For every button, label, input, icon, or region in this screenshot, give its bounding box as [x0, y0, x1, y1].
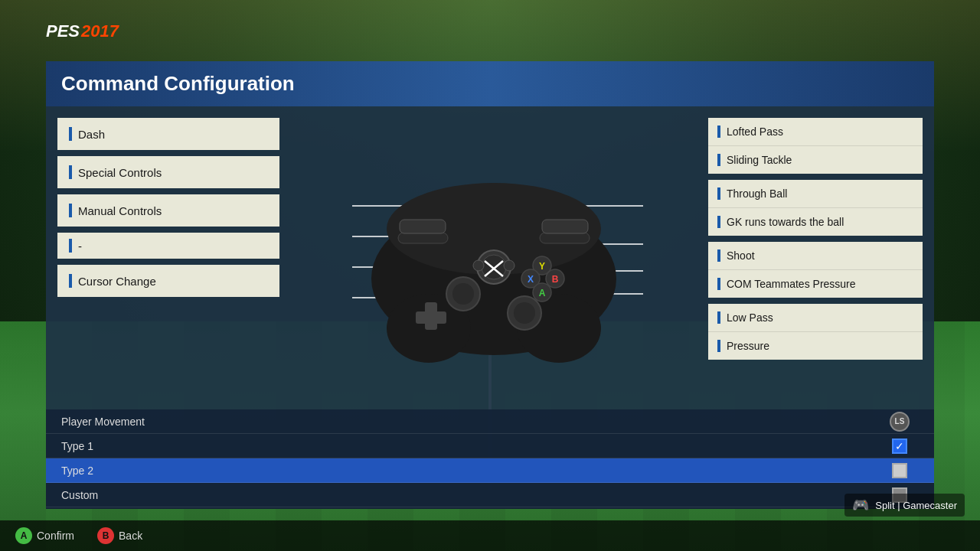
sidebar-item-manual[interactable]: Manual Controls	[57, 194, 279, 227]
a-button-icon: A	[15, 527, 32, 544]
indicator-icon	[69, 204, 72, 217]
table-row-type2[interactable]: Type 2	[46, 458, 934, 483]
command-text: Through Ball	[727, 187, 787, 200]
svg-rect-31	[398, 233, 448, 243]
gamecaster-text: Split | Gamecaster	[875, 500, 957, 511]
command-dot	[717, 249, 720, 262]
main-panel: Command Configuration Dash Special Contr…	[46, 61, 934, 509]
bottom-table: Player Movement LS Type 1 ✓ Type 2 Custo…	[46, 409, 934, 509]
checked-icon: ✓	[892, 439, 907, 454]
command-dot	[717, 311, 720, 324]
back-button[interactable]: B Back	[97, 527, 142, 544]
type1-label: Type 1	[61, 440, 880, 452]
controller-area: Y X B A	[287, 118, 701, 400]
svg-text:X: X	[528, 274, 534, 285]
type1-checkbox[interactable]: ✓	[880, 439, 919, 454]
command-dot	[717, 278, 720, 290]
command-item-sliding: Sliding Tackle	[708, 146, 923, 174]
sidebar-label: Special Controls	[78, 166, 162, 179]
command-item-lofted: Lofted Pass	[708, 118, 923, 146]
svg-point-18	[452, 283, 474, 305]
command-group-1: Lofted Pass Sliding Tackle	[708, 118, 923, 174]
command-group-3: Shoot COM Teammates Pressure	[708, 242, 923, 298]
confirm-label: Confirm	[37, 530, 74, 542]
command-text: Sliding Tackle	[727, 154, 792, 166]
panel-content: Dash Special Controls Manual Controls - …	[46, 106, 934, 412]
type2-checkbox[interactable]	[880, 463, 919, 478]
player-movement-label: Player Movement	[61, 416, 880, 428]
command-text: Pressure	[727, 340, 769, 352]
svg-text:B: B	[552, 274, 559, 285]
sidebar-label: Manual Controls	[78, 204, 162, 217]
command-dot	[717, 216, 720, 228]
confirm-button[interactable]: A Confirm	[15, 527, 74, 544]
indicator-icon	[69, 127, 72, 141]
pes-logo: PES 2017	[46, 21, 119, 41]
command-item-through: Through Ball	[708, 180, 923, 208]
svg-rect-33	[400, 220, 446, 233]
command-item-com: COM Teammates Pressure	[708, 270, 923, 298]
command-text: COM Teammates Pressure	[727, 278, 856, 290]
svg-point-35	[504, 260, 514, 271]
white-checkbox-icon	[892, 463, 907, 478]
sidebar-item-special[interactable]: Special Controls	[57, 156, 279, 188]
command-group-4: Low Pass Pressure	[708, 304, 923, 360]
indicator-icon	[69, 239, 72, 253]
sidebar-label: -	[78, 240, 82, 253]
svg-point-20	[514, 302, 535, 324]
controller-svg: Y X B A	[345, 152, 643, 367]
table-row-custom[interactable]: Custom	[46, 483, 934, 507]
svg-text:Y: Y	[539, 261, 545, 272]
type2-label: Type 2	[61, 465, 880, 477]
command-item-gk: GK runs towards the ball	[708, 208, 923, 236]
controller-icon: 🎮	[852, 497, 869, 514]
command-group-2: Through Ball GK runs towards the ball	[708, 180, 923, 236]
gamecaster-badge: 🎮 Split | Gamecaster	[844, 494, 965, 517]
command-dot	[717, 126, 720, 138]
b-button-icon: B	[97, 527, 114, 544]
command-item-pressure: Pressure	[708, 332, 923, 360]
footer-bar: A Confirm B Back	[0, 520, 980, 551]
ls-control: LS	[880, 412, 919, 432]
ls-badge: LS	[890, 412, 910, 432]
command-text: Lofted Pass	[727, 126, 783, 138]
command-dot	[717, 187, 720, 200]
sidebar-item-dash[interactable]: Dash	[57, 118, 279, 150]
svg-text:A: A	[539, 288, 546, 298]
sidebar-item-separator: -	[57, 233, 279, 259]
custom-label: Custom	[61, 489, 880, 501]
panel-title: Command Configuration	[61, 72, 295, 95]
svg-point-36	[473, 260, 484, 271]
command-item-shoot: Shoot	[708, 242, 923, 270]
back-label: Back	[119, 530, 142, 542]
command-text: Low Pass	[727, 311, 773, 324]
command-item-lowpass: Low Pass	[708, 304, 923, 332]
indicator-icon	[69, 274, 72, 288]
sidebar-item-cursor[interactable]: Cursor Change	[57, 265, 279, 297]
sidebar-label: Cursor Change	[78, 275, 156, 288]
svg-rect-34	[542, 220, 588, 233]
right-commands: Lofted Pass Sliding Tackle Through Ball …	[708, 118, 923, 400]
command-dot	[717, 154, 720, 166]
command-dot	[717, 340, 720, 352]
command-text: GK runs towards the ball	[727, 216, 844, 228]
svg-rect-22	[416, 311, 446, 324]
table-header-row: Player Movement LS	[46, 409, 934, 434]
left-sidebar: Dash Special Controls Manual Controls - …	[57, 118, 279, 400]
sidebar-label: Dash	[78, 128, 105, 141]
indicator-icon	[69, 165, 72, 179]
table-row-type1[interactable]: Type 1 ✓	[46, 434, 934, 458]
command-text: Shoot	[727, 249, 755, 262]
svg-rect-32	[540, 233, 590, 243]
panel-header: Command Configuration	[46, 61, 934, 106]
